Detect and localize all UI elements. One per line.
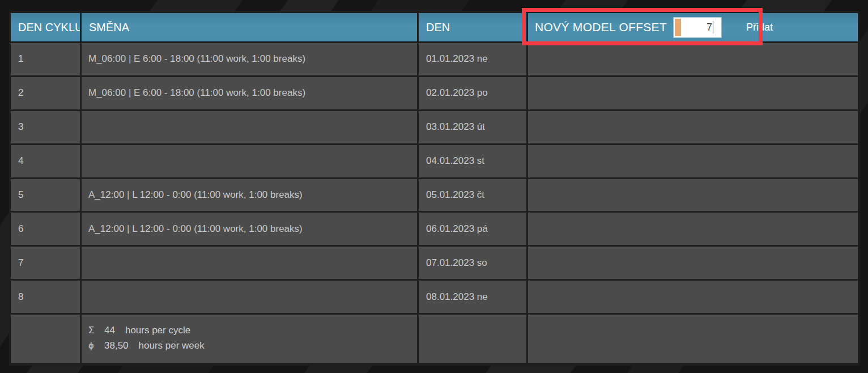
cell-cycle-day: 6: [11, 213, 80, 245]
text-caret: [713, 21, 713, 33]
cell-offset-empty: [528, 43, 858, 75]
cell-date: 06.01.2023 pá: [419, 213, 526, 245]
cell-shift: [82, 111, 417, 143]
cell-shift: M_06:00 | E 6:00 - 18:00 (11:00 work, 1:…: [82, 43, 417, 75]
footer-totals: Σ 44 hours per cycle ϕ 38,50 hours per w…: [82, 315, 417, 363]
new-model-offset-label: NOVÝ MODEL OFFSET: [535, 20, 667, 34]
avg-hours-per-week: ϕ 38,50 hours per week: [88, 338, 205, 353]
new-model-offset-panel: NOVÝ MODEL OFFSET 7 Přidat: [528, 13, 858, 41]
sigma-icon: Σ: [88, 323, 104, 338]
cell-cycle-day: 4: [11, 145, 80, 177]
cell-cycle-day: 7: [11, 247, 80, 279]
shift-cycle-table: DEN CYKLU SMĚNA DEN NOVÝ MODEL OFFSET 7 …: [9, 11, 860, 366]
avg-label: hours per week: [139, 338, 205, 353]
footer-empty-cell: [419, 315, 526, 363]
cell-offset-empty: [528, 247, 858, 279]
offset-value: 7: [707, 22, 712, 32]
cell-offset-empty: [528, 77, 858, 109]
cell-shift: [82, 281, 417, 313]
cell-offset-empty: [528, 111, 858, 143]
column-header-den-cyklu: DEN CYKLU: [11, 13, 80, 41]
cell-shift: [82, 247, 417, 279]
cell-offset-empty: [528, 213, 858, 245]
cell-shift: A_12:00 | L 12:00 - 0:00 (11:00 work, 1:…: [82, 213, 417, 245]
cell-cycle-day: 3: [11, 111, 80, 143]
cell-shift: A_12:00 | L 12:00 - 0:00 (11:00 work, 1:…: [82, 179, 417, 211]
cell-date: 01.01.2023 ne: [419, 43, 526, 75]
add-button[interactable]: Přidat: [739, 18, 780, 37]
cell-cycle-day: 8: [11, 281, 80, 313]
cell-date: 05.01.2023 čt: [419, 179, 526, 211]
cell-date: 02.01.2023 po: [419, 77, 526, 109]
cell-date: 08.01.2023 ne: [419, 281, 526, 313]
column-header-smena: SMĚNA: [82, 13, 417, 41]
cell-cycle-day: 5: [11, 179, 80, 211]
cell-date: 03.01.2023 út: [419, 111, 526, 143]
input-accent-stripe: [675, 19, 681, 36]
sum-label: hours per cycle: [125, 323, 190, 338]
cell-shift: M_06:00 | E 6:00 - 18:00 (11:00 work, 1:…: [82, 77, 417, 109]
offset-input[interactable]: 7: [674, 18, 721, 37]
cell-date: 07.01.2023 so: [419, 247, 526, 279]
column-header-den: DEN: [419, 13, 526, 41]
sum-hours-per-cycle: Σ 44 hours per cycle: [88, 323, 190, 338]
cell-offset-empty: [528, 145, 858, 177]
cell-date: 04.01.2023 st: [419, 145, 526, 177]
cell-offset-empty: [528, 179, 858, 211]
footer-empty-cell: [528, 315, 858, 363]
cell-cycle-day: 1: [11, 43, 80, 75]
phi-icon: ϕ: [88, 338, 104, 353]
cell-cycle-day: 2: [11, 77, 80, 109]
footer-empty-cell: [11, 315, 80, 363]
cell-shift: [82, 145, 417, 177]
sum-value: 44: [104, 323, 115, 338]
cell-offset-empty: [528, 281, 858, 313]
avg-value: 38,50: [104, 338, 129, 353]
